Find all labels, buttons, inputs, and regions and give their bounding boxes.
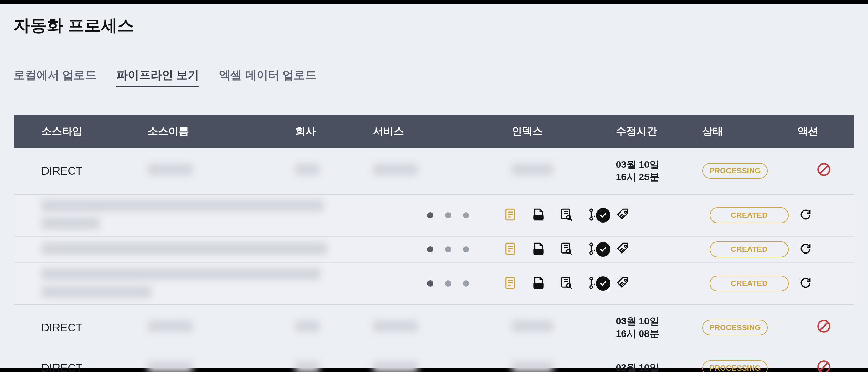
stop-icon[interactable]	[817, 167, 831, 179]
svg-point-48	[590, 286, 593, 288]
document-icon	[503, 276, 517, 291]
status-badge: CREATED	[710, 207, 789, 223]
stop-icon[interactable]	[817, 364, 831, 372]
sub-row: PDF CREATED	[14, 262, 854, 304]
tag-icon	[616, 241, 630, 257]
page-title: 자동화 프로세스	[14, 14, 854, 37]
redacted	[373, 164, 418, 175]
svg-point-14	[590, 217, 593, 220]
svg-line-46	[570, 287, 572, 289]
svg-rect-42	[562, 277, 570, 287]
redacted	[512, 320, 553, 332]
svg-text:PDF: PDF	[535, 250, 541, 253]
redacted	[41, 242, 327, 255]
col-source-type: 소스타입	[14, 115, 144, 148]
col-status: 상태	[698, 115, 794, 148]
svg-point-47	[590, 277, 593, 280]
inspect-icon	[559, 241, 574, 257]
status-badge: CREATED	[710, 241, 789, 257]
redacted	[148, 320, 193, 332]
tab-upload-excel[interactable]: 엑셀 데이터 업로드	[219, 68, 316, 87]
status-badge: CREATED	[710, 276, 789, 291]
refresh-icon[interactable]	[799, 242, 840, 257]
cell-source-type: DIRECT	[14, 148, 144, 194]
col-index: 인덱스	[508, 115, 612, 148]
stage-icons: PDF	[503, 241, 586, 257]
inspect-icon	[559, 207, 574, 223]
stage-icons: PDF	[503, 207, 586, 223]
redacted	[373, 320, 418, 332]
stop-icon[interactable]	[817, 323, 831, 336]
redacted	[41, 268, 320, 280]
progress-dots	[427, 280, 493, 287]
tabs: 로컬에서 업로드 파이프라인 보기 엑셀 데이터 업로드	[14, 68, 854, 87]
svg-line-12	[570, 219, 572, 220]
col-service: 서비스	[369, 115, 507, 148]
svg-line-56	[820, 363, 827, 370]
status-badge: PROCESSING	[702, 320, 768, 335]
table-header-row: 소스타입 소스이름 회사 서비스 인덱스 수정시간 상태 액션	[14, 115, 854, 148]
redacted	[148, 164, 193, 175]
cell-source-type: DIRECT	[14, 304, 144, 351]
status-badge: PROCESSING	[702, 360, 768, 372]
svg-text:PDF: PDF	[535, 216, 541, 219]
svg-line-29	[570, 253, 572, 255]
redacted	[512, 164, 553, 175]
sub-rows: PDF CREATED	[14, 194, 854, 304]
redacted	[148, 361, 193, 372]
redacted	[41, 217, 100, 230]
svg-line-1	[820, 166, 827, 173]
col-source-name: 소스이름	[144, 115, 291, 148]
redacted	[295, 361, 319, 372]
sub-row: PDF CREATED	[14, 236, 854, 262]
redacted	[512, 361, 553, 372]
col-company: 회사	[291, 115, 369, 148]
cell-modified: 03월 10일	[616, 362, 694, 372]
tab-view-pipeline[interactable]: 파이프라인 보기	[116, 68, 199, 87]
tab-upload-local[interactable]: 로컬에서 업로드	[14, 68, 96, 87]
pipeline-table: 소스타입 소스이름 회사 서비스 인덱스 수정시간 상태 액션 DIRECT	[14, 115, 854, 372]
svg-point-30	[590, 243, 593, 246]
cell-source-type: DIRECT	[14, 351, 144, 372]
stage-icons: PDF	[503, 276, 586, 291]
check-icon	[596, 242, 610, 257]
svg-rect-8	[562, 209, 570, 219]
progress-dots	[427, 212, 493, 218]
sub-row: PDF CREATED	[14, 195, 854, 236]
refresh-icon[interactable]	[799, 276, 840, 291]
redacted	[41, 286, 152, 298]
pdf-icon: PDF	[531, 276, 546, 291]
col-action: 액션	[794, 115, 854, 148]
redacted	[373, 361, 418, 372]
svg-line-54	[820, 323, 827, 330]
document-icon	[503, 207, 517, 223]
inspect-icon	[559, 276, 574, 291]
redacted	[295, 320, 319, 332]
pdf-icon: PDF	[531, 207, 546, 223]
refresh-icon[interactable]	[799, 208, 840, 223]
redacted	[295, 164, 319, 175]
redacted	[41, 199, 324, 212]
status-badge: PROCESSING	[702, 163, 768, 179]
check-icon	[596, 276, 610, 291]
tag-icon	[616, 207, 630, 223]
svg-point-31	[590, 251, 593, 254]
table-row: DIRECT 03월 10일 16시 25분 PROCESSING	[14, 148, 854, 194]
pdf-icon: PDF	[531, 241, 546, 257]
table-row: DIRECT 03월 10일 16시 08분 PROCESSING	[14, 304, 854, 351]
svg-point-33	[624, 245, 626, 247]
svg-point-16	[624, 211, 626, 213]
svg-text:PDF: PDF	[535, 284, 541, 287]
cell-modified: 03월 10일 16시 25분	[616, 158, 694, 184]
tag-icon	[616, 276, 630, 291]
check-icon	[596, 208, 610, 223]
svg-point-13	[590, 209, 593, 212]
progress-dots	[427, 246, 493, 252]
cell-modified: 03월 10일 16시 08분	[616, 315, 694, 340]
svg-rect-25	[562, 243, 570, 253]
document-icon	[503, 241, 517, 257]
svg-point-50	[624, 279, 626, 281]
table-row: DIRECT 03월 10일 PROCESSING	[14, 351, 854, 372]
col-modified: 수정시간	[612, 115, 699, 148]
